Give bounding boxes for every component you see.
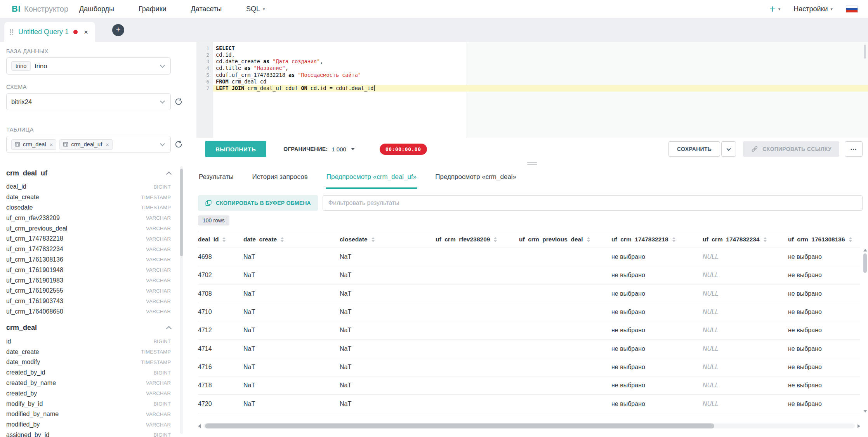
sort-icon[interactable]: [587, 237, 590, 242]
horizontal-scrollbar[interactable]: [198, 423, 860, 429]
field-row[interactable]: modified_by_name VARCHAR: [6, 409, 171, 420]
editor-line[interactable]: 6FROM crm_deal cd: [196, 78, 868, 85]
editor-line[interactable]: 4cd.title as "Название",: [196, 65, 868, 71]
field-row[interactable]: created_by_id BIGINT: [6, 368, 171, 378]
field-row[interactable]: modified_by VARCHAR: [6, 420, 171, 430]
column-header[interactable]: deal_id: [198, 236, 243, 243]
chip-remove-icon[interactable]: ×: [106, 141, 109, 148]
add-query-tab-button[interactable]: +: [112, 24, 124, 36]
column-header[interactable]: closedate: [340, 236, 436, 243]
limit-control[interactable]: ОГРАНИЧЕНИЕ: 1 000: [283, 146, 355, 153]
column-header[interactable]: uf_crm_rfev238209: [436, 236, 519, 243]
database-select[interactable]: trino trino: [6, 57, 171, 75]
sidebar-scrollbar[interactable]: [180, 166, 183, 434]
save-options-button[interactable]: [721, 141, 736, 157]
field-row[interactable]: uf_crm_1761308136 VARCHAR: [6, 255, 171, 265]
table-row[interactable]: 4710NaTNaTне выбраноNULLне выбрано: [198, 303, 860, 321]
table-row[interactable]: 4698NaTNaTне выбраноNULLне выбрано: [198, 248, 860, 266]
field-row[interactable]: uf_crm_1747832234 VARCHAR: [6, 244, 171, 255]
copy-link-button[interactable]: СКОПИРОВАТЬ ССЫЛКУ: [743, 141, 839, 157]
field-row[interactable]: uf_crm_previous_deal VARCHAR: [6, 223, 171, 234]
more-options-button[interactable]: ...: [845, 141, 863, 157]
column-header[interactable]: uf_crm_1747832234: [703, 236, 788, 243]
scrollbar-thumb[interactable]: [863, 253, 867, 273]
editor-line[interactable]: 7LEFT JOIN crm_deal_uf cduf ON cd.id = c…: [196, 85, 868, 92]
table-row[interactable]: 4712NaTNaTне выбраноNULLне выбрано: [198, 321, 860, 340]
editor-scrollbar-thumb[interactable]: [864, 45, 866, 59]
pane-resizer[interactable]: [196, 160, 868, 166]
menu-item[interactable]: SQL ▾: [246, 5, 265, 13]
app-logo[interactable]: BI Конструктор: [12, 4, 68, 14]
field-row[interactable]: created_by VARCHAR: [6, 388, 171, 399]
menu-item[interactable]: Датасеты: [191, 5, 224, 13]
results-tab[interactable]: Результаты: [198, 166, 234, 189]
sort-icon[interactable]: [372, 237, 375, 242]
field-row[interactable]: assigned_by_id BIGINT: [6, 430, 171, 437]
menu-item[interactable]: Дашборды: [79, 5, 117, 13]
column-header[interactable]: uf_crm_previous_deal: [519, 236, 611, 243]
table-row[interactable]: 4702NaTNaTне выбраноNULLне выбрано: [198, 266, 860, 284]
table-row[interactable]: 4708NaTNaTне выбраноNULLне выбрано: [198, 285, 860, 303]
table-row[interactable]: 4718NaTNaTне выбраноNULLне выбрано: [198, 376, 860, 395]
refresh-schema-button[interactable]: [174, 97, 183, 106]
vertical-scrollbar[interactable]: [863, 248, 868, 413]
language-flag-icon[interactable]: [846, 5, 858, 13]
column-header[interactable]: uf_crm_1747832218: [611, 236, 703, 243]
field-row[interactable]: uf_crm_rfev238209 VARCHAR: [6, 213, 171, 223]
editor-line[interactable]: 2cd.id,: [196, 52, 868, 58]
editor-line[interactable]: 3cd.date_create as "Дата создания",: [196, 58, 868, 65]
refresh-tables-button[interactable]: [174, 140, 183, 149]
table-row[interactable]: 4716NaTNaTне выбраноNULLне выбрано: [198, 358, 860, 376]
drag-handle-icon[interactable]: [10, 29, 14, 35]
editor-line[interactable]: 1SELECT: [196, 45, 868, 52]
query-tab-active[interactable]: Untitled Query 1 ×: [4, 22, 95, 42]
run-button[interactable]: ВЫПОЛНИТЬ: [205, 141, 266, 157]
results-tab[interactable]: История запросов: [252, 166, 309, 189]
copy-to-clipboard-button[interactable]: СКОПИРОВАТЬ В БУФЕР ОБМЕНА: [198, 195, 318, 211]
scroll-down-arrow[interactable]: [863, 410, 867, 413]
field-row[interactable]: uf_crm_1764068650 VARCHAR: [6, 307, 171, 317]
add-menu-button[interactable]: + ▾: [769, 4, 780, 14]
table-row[interactable]: 4714NaTNaTне выбраноNULLне выбрано: [198, 340, 860, 358]
scroll-up-arrow[interactable]: [863, 249, 867, 251]
sort-icon[interactable]: [764, 237, 767, 242]
field-row[interactable]: uf_crm_1747832218 VARCHAR: [6, 234, 171, 244]
schema-select[interactable]: bitrix24: [6, 93, 171, 110]
column-header[interactable]: uf_crm_1761308136: [788, 236, 860, 243]
field-row[interactable]: closedate TIMESTAMP: [6, 203, 171, 213]
editor-line[interactable]: 5cduf.uf_crm_1747832218 as "Посещаемость…: [196, 72, 868, 78]
scroll-left-arrow[interactable]: [198, 424, 201, 428]
sort-icon[interactable]: [849, 237, 852, 242]
sql-editor[interactable]: 1SELECT2cd.id,3cd.date_create as "Дата с…: [196, 42, 868, 138]
scroll-right-arrow[interactable]: [858, 424, 860, 428]
close-icon[interactable]: ×: [84, 28, 88, 36]
field-row[interactable]: date_create TIMESTAMP: [6, 347, 171, 357]
column-header[interactable]: date_create: [243, 236, 340, 243]
table-chip[interactable]: crm_deal_uf ×: [59, 139, 113, 150]
table-section-header[interactable]: crm_deal_uf: [6, 167, 171, 179]
sort-icon[interactable]: [222, 237, 226, 242]
field-row[interactable]: uf_crm_1761901983 VARCHAR: [6, 275, 171, 286]
field-row[interactable]: uf_crm_1761901948 VARCHAR: [6, 265, 171, 275]
results-tab[interactable]: Предпросмотр «crm_deal»: [434, 166, 517, 189]
field-row[interactable]: date_create TIMESTAMP: [6, 192, 171, 203]
field-row[interactable]: id BIGINT: [6, 336, 171, 347]
scrollbar-thumb[interactable]: [205, 423, 714, 428]
scrollbar-thumb[interactable]: [180, 169, 183, 256]
table-row[interactable]: 4720NaTNaTне выбраноNULLне выбрано: [198, 395, 860, 413]
settings-menu[interactable]: Настройки ▾: [793, 5, 833, 13]
field-row[interactable]: modify_by_id BIGINT: [6, 399, 171, 409]
menu-item[interactable]: Графики: [139, 5, 169, 13]
field-row[interactable]: uf_crm_1761903743 VARCHAR: [6, 296, 171, 307]
save-button[interactable]: СОХРАНИТЬ: [668, 141, 720, 157]
field-row[interactable]: created_by_name VARCHAR: [6, 378, 171, 388]
field-row[interactable]: deal_id BIGINT: [6, 182, 171, 192]
table-chip[interactable]: crm_deal ×: [11, 139, 56, 150]
table-section-header[interactable]: crm_deal: [6, 321, 171, 334]
field-row[interactable]: uf_crm_1761902555 VARCHAR: [6, 286, 171, 296]
table-multiselect[interactable]: crm_deal × crm_deal_uf ×: [6, 136, 171, 153]
field-row[interactable]: date_modify TIMESTAMP: [6, 357, 171, 368]
results-tab[interactable]: Предпросмотр «crm_deal_uf»: [326, 166, 417, 189]
sort-icon[interactable]: [281, 237, 284, 242]
sort-icon[interactable]: [672, 237, 675, 242]
